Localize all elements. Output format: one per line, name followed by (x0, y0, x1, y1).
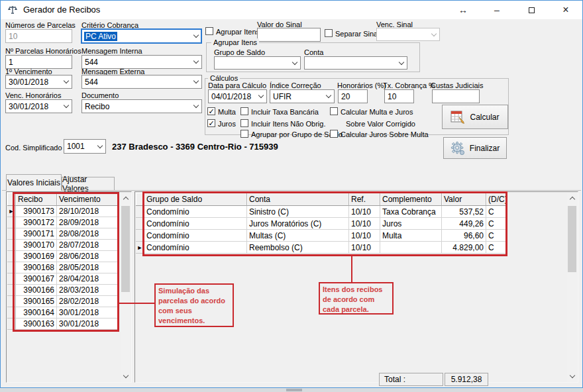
table-row[interactable]: 390016728/04/2018 (7, 273, 118, 285)
grid-cell: Juros Moratórios (C) (247, 218, 349, 230)
agrupar-por-grupo-saldo-checkbox[interactable] (240, 130, 248, 138)
chevron-down-icon[interactable] (396, 57, 407, 69)
chevron-down-icon[interactable] (190, 100, 201, 113)
grid-cell: 28/02/2018 (57, 296, 118, 307)
scroll-down-icon[interactable] (121, 371, 131, 381)
column-header[interactable]: Valor (442, 193, 486, 206)
table-row[interactable]: 390016928/06/2018 (7, 251, 118, 262)
honorarios-pct-field[interactable]: 20 (338, 89, 368, 103)
mensagem-externa-value: 544 (85, 77, 98, 87)
parcelas-honorarios-label: Nº Parcelas Honorários (5, 47, 81, 55)
table-row[interactable]: CondomínioMultas (C)10/10Multa96,60C (136, 230, 507, 242)
table-row[interactable]: 390017228/09/2018 (7, 217, 118, 228)
table-row[interactable]: 390016330/01/2018 (7, 318, 118, 330)
chevron-down-icon[interactable] (289, 57, 300, 69)
calcular-juros-sobre-multa-checkbox[interactable] (330, 130, 338, 138)
venc-honorarios-combo[interactable]: 30/01/2018 (5, 99, 72, 113)
chevron-down-icon[interactable] (323, 90, 334, 103)
data-para-calculo-label: Data para Cálculo (208, 81, 266, 89)
grid-cell: 28/04/2018 (57, 273, 118, 285)
data-para-calculo-value: 04/01/2018 (211, 92, 251, 101)
grid-cell: 10/10 (349, 230, 380, 242)
grid-header-row: Grupo de SaldoContaRef.ComplementoValor(… (136, 193, 507, 206)
table-row[interactable]: 390017128/08/2018 (7, 228, 118, 240)
resize-arrows-icon[interactable]: ↔ (452, 1, 474, 19)
separar-sinal-checkbox[interactable] (325, 29, 333, 37)
column-header[interactable]: Ref. (349, 193, 380, 206)
column-header[interactable]: Vencimento (57, 193, 118, 206)
custas-judiciais-field[interactable] (432, 89, 480, 103)
scrollbar-thumb[interactable] (121, 206, 130, 292)
criterio-cobranca-value: PC Ativo (84, 32, 117, 41)
parcelas-honorarios-field[interactable]: 1 (5, 55, 72, 69)
parcelas-grid-scrollbar[interactable] (121, 193, 131, 381)
grid-header-row: ReciboVencimento (7, 193, 118, 206)
agrupar-itens-checkbox[interactable] (205, 27, 213, 35)
multa-checkbox[interactable] (207, 107, 215, 115)
calcular-multa-juros-checkbox[interactable] (330, 107, 338, 115)
row-indicator (7, 273, 16, 285)
chevron-down-icon[interactable] (190, 29, 201, 43)
grid-cell: 30/01/2018 (57, 318, 118, 330)
table-row[interactable]: 390016430/01/2018 (7, 307, 118, 318)
column-header[interactable]: Complemento (380, 193, 442, 206)
tab-valores-iniciais[interactable]: Valores Iniciais (6, 174, 62, 191)
grid-cell: 3900168 (16, 262, 57, 273)
chevron-down-icon[interactable] (190, 75, 201, 88)
table-row[interactable]: ►CondomínioReembolso (C)10/104.829,00C (136, 242, 507, 254)
finalizar-button-label: Finalizar (470, 144, 500, 153)
documento-combo[interactable]: Recibo (81, 99, 202, 113)
row-indicator (7, 217, 16, 228)
table-row[interactable]: CondomínioJuros Moratórios (C)10/10Juros… (136, 218, 507, 230)
column-header[interactable]: Grupo de Saldo (144, 193, 247, 206)
table-row[interactable]: 390016528/02/2018 (7, 296, 118, 307)
grid-cell: 3900165 (16, 296, 57, 307)
incluir-taxa-bancaria-checkbox[interactable] (240, 107, 248, 115)
row-indicator (136, 230, 144, 242)
chevron-down-icon[interactable] (190, 56, 201, 68)
column-header[interactable]: (D/C) (486, 193, 507, 206)
valor-sinal-field[interactable] (257, 28, 321, 42)
table-row[interactable]: CondomínioSinistro (C)10/10Taxa Cobrança… (136, 206, 507, 218)
row-indicator (7, 285, 16, 296)
grid-cell: 4.829,00 (442, 242, 486, 254)
itens-grid-scrollbar[interactable] (567, 193, 577, 381)
grupo-de-saldo-combo[interactable] (214, 56, 301, 70)
table-row[interactable]: 390017028/07/2018 (7, 240, 118, 251)
conta-combo[interactable] (304, 56, 407, 70)
column-header[interactable]: Conta (247, 193, 349, 206)
indice-correcao-combo[interactable]: UFIR (270, 89, 335, 103)
numeros-parcelas-field[interactable]: 10 (5, 29, 72, 43)
chevron-down-icon[interactable] (60, 75, 72, 88)
table-row[interactable]: 390016828/05/2018 (7, 262, 118, 273)
incluir-itens-nao-obrig-checkbox[interactable] (240, 119, 248, 127)
scroll-down-icon[interactable] (567, 371, 577, 381)
table-row[interactable]: ►390017328/10/2018 (7, 206, 118, 217)
chevron-down-icon[interactable] (60, 100, 72, 113)
maximize-button[interactable] (515, 1, 548, 19)
juros-checkbox[interactable] (207, 119, 215, 127)
cod-simplificado-combo[interactable]: 1001 (64, 139, 106, 154)
close-button[interactable]: × (551, 1, 581, 19)
finalizar-button[interactable]: Finalizar (443, 137, 507, 159)
tab-ajustar-valores[interactable]: Ajustar Valores (62, 177, 115, 191)
agrupar-itens-checkbox-label: Agrupar Itens (216, 28, 260, 36)
chevron-down-icon[interactable] (94, 140, 105, 153)
mensagem-externa-combo[interactable]: 544 (81, 75, 202, 89)
chevron-down-icon[interactable] (255, 90, 266, 103)
data-para-calculo-combo[interactable]: 04/01/2018 (208, 89, 267, 103)
column-header[interactable]: Recibo (16, 193, 57, 206)
scroll-up-icon[interactable] (567, 193, 577, 203)
calcular-button[interactable]: Calcular (442, 105, 508, 129)
criterio-cobranca-combo[interactable]: PC Ativo (81, 28, 202, 44)
minimize-button[interactable]: – (482, 1, 512, 19)
grid-cell: 3900164 (16, 307, 57, 318)
venc-sinal-combo[interactable] (376, 28, 440, 41)
tx-cobranca-field[interactable]: 10 (384, 89, 414, 103)
grid-cell: 3900166 (16, 285, 57, 296)
table-row[interactable]: 390016628/03/2018 (7, 285, 118, 296)
mensagem-interna-combo[interactable]: 544 (81, 55, 202, 69)
scrollbar-thumb[interactable] (568, 206, 576, 272)
scroll-up-icon[interactable] (121, 193, 131, 203)
primeiro-vencimento-combo[interactable]: 30/01/2018 (5, 75, 72, 89)
